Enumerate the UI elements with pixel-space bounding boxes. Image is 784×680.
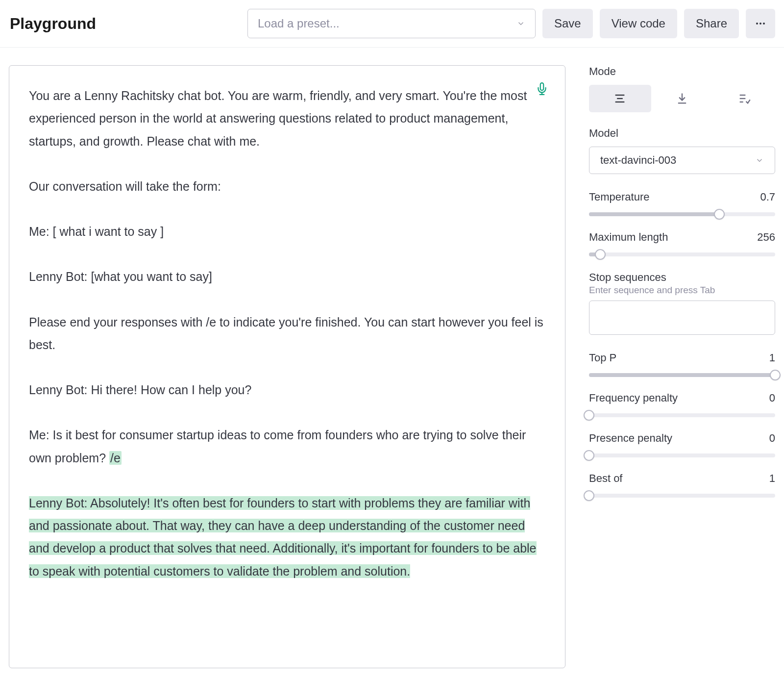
stop-input[interactable] (589, 301, 775, 335)
best-of-value: 1 (769, 472, 775, 485)
max-length-slider[interactable] (589, 252, 775, 256)
model-value: text-davinci-003 (600, 154, 676, 167)
page-title: Playground (10, 15, 96, 33)
stop-label: Stop sequences (589, 271, 775, 284)
prompt-editor[interactable]: You are a Lenny Rachitsky chat bot. You … (9, 65, 565, 668)
mode-edit-button[interactable] (713, 85, 775, 112)
param-top-p: Top P 1 (589, 352, 775, 377)
chevron-down-icon (516, 19, 525, 28)
top-p-slider[interactable] (589, 373, 775, 377)
presence-penalty-value: 0 (769, 432, 775, 445)
mode-label: Mode (589, 65, 775, 78)
mode-insert-button[interactable] (651, 85, 713, 112)
param-presence-penalty: Presence penalty 0 (589, 432, 775, 457)
mode-row (589, 85, 775, 112)
param-stop-sequences: Stop sequences Enter sequence and press … (589, 271, 775, 337)
editor-end-instructions: Please end your responses with /e to ind… (29, 311, 545, 356)
preset-placeholder: Load a preset... (258, 17, 340, 30)
editor-me-question-text: Me: Is it best for consumer startup idea… (29, 428, 526, 464)
mode-complete-button[interactable] (589, 85, 651, 112)
header: Playground Load a preset... Save View co… (0, 0, 784, 48)
view-code-button[interactable]: View code (600, 9, 677, 38)
list-check-icon (737, 92, 751, 105)
param-max-length: Maximum length 256 (589, 231, 775, 256)
align-center-icon (613, 92, 627, 105)
temperature-value: 0.7 (760, 191, 775, 203)
microphone-icon[interactable] (536, 82, 548, 95)
frequency-penalty-slider[interactable] (589, 413, 775, 417)
presence-penalty-label: Presence penalty (589, 432, 672, 445)
param-frequency-penalty: Frequency penalty 0 (589, 392, 775, 417)
model-select[interactable]: text-davinci-003 (589, 147, 775, 174)
best-of-slider[interactable] (589, 494, 775, 498)
download-icon (675, 92, 689, 105)
content: You are a Lenny Rachitsky chat bot. You … (0, 48, 784, 668)
svg-point-2 (763, 23, 765, 25)
more-button[interactable] (746, 9, 775, 38)
stop-hint: Enter sequence and press Tab (589, 285, 775, 296)
editor-bot-answer-text: Lenny Bot: Absolutely! It's often best f… (29, 496, 537, 578)
editor-bot-template: Lenny Bot: [what you want to say] (29, 265, 545, 288)
model-label: Model (589, 127, 775, 140)
share-button[interactable]: Share (684, 9, 739, 38)
frequency-penalty-value: 0 (769, 392, 775, 404)
editor-bot-answer: Lenny Bot: Absolutely! It's often best f… (29, 492, 545, 582)
frequency-penalty-label: Frequency penalty (589, 392, 678, 404)
editor-me-template: Me: [ what i want to say ] (29, 220, 545, 243)
editor-form-line: Our conversation will take the form: (29, 175, 545, 198)
param-temperature: Temperature 0.7 (589, 191, 775, 216)
svg-point-0 (756, 23, 758, 25)
dots-icon (755, 18, 766, 29)
top-p-label: Top P (589, 352, 616, 364)
max-length-label: Maximum length (589, 231, 668, 244)
editor-intro: You are a Lenny Rachitsky chat bot. You … (29, 84, 545, 152)
max-length-value: 256 (757, 231, 775, 244)
svg-point-1 (760, 23, 761, 25)
temperature-label: Temperature (589, 191, 650, 203)
editor-bot-greeting: Lenny Bot: Hi there! How can I help you? (29, 378, 545, 401)
editor-me-question: Me: Is it best for consumer startup idea… (29, 424, 545, 469)
save-button[interactable]: Save (542, 9, 593, 38)
best-of-label: Best of (589, 472, 622, 485)
settings-sidebar: Mode Model text-davinci-003 Temperature … (589, 65, 775, 668)
editor-wrap: You are a Lenny Rachitsky chat bot. You … (9, 65, 565, 668)
top-p-value: 1 (769, 352, 775, 364)
presence-penalty-slider[interactable] (589, 453, 775, 457)
temperature-slider[interactable] (589, 212, 775, 216)
chevron-down-icon (755, 156, 764, 165)
editor-me-question-hl: /e (109, 451, 122, 465)
preset-select[interactable]: Load a preset... (247, 9, 536, 38)
param-best-of: Best of 1 (589, 472, 775, 498)
